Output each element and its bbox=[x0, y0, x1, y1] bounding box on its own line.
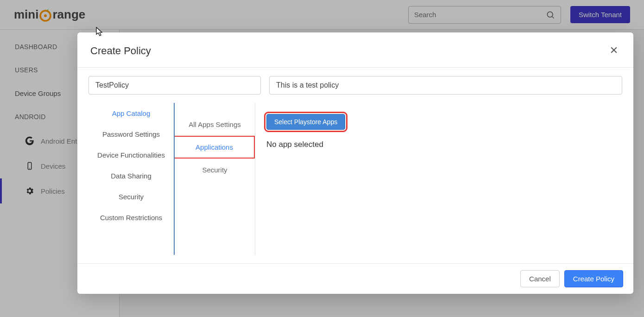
category-custom-restrictions[interactable]: Custom Restrictions bbox=[88, 207, 174, 228]
input-row bbox=[88, 76, 622, 95]
cancel-button[interactable]: Cancel bbox=[520, 270, 560, 287]
policy-name-input[interactable] bbox=[88, 76, 261, 95]
category-column: App Catalog Password Settings Device Fun… bbox=[88, 103, 175, 255]
subcategory-applications[interactable]: Applications bbox=[175, 136, 255, 158]
create-policy-button[interactable]: Create Policy bbox=[564, 270, 623, 287]
category-device-functionalities[interactable]: Device Functionalities bbox=[88, 145, 174, 165]
policy-description-input[interactable] bbox=[269, 76, 622, 95]
subcategory-security[interactable]: Security bbox=[175, 158, 255, 181]
detail-column: Select Playstore Apps No app selected bbox=[255, 103, 622, 255]
modal-title: Create Policy bbox=[90, 45, 151, 57]
create-policy-modal: Create Policy App Catalog Password Setti… bbox=[77, 32, 633, 294]
subcategory-all-apps-settings[interactable]: All Apps Settings bbox=[175, 113, 255, 136]
category-app-catalog[interactable]: App Catalog bbox=[88, 103, 174, 124]
content-area: App Catalog Password Settings Device Fun… bbox=[88, 103, 622, 255]
modal-header: Create Policy bbox=[77, 32, 633, 68]
select-playstore-apps-button[interactable]: Select Playstore Apps bbox=[266, 114, 345, 130]
modal-body: App Catalog Password Settings Device Fun… bbox=[77, 68, 633, 263]
category-security[interactable]: Security bbox=[88, 186, 174, 207]
close-icon bbox=[609, 45, 619, 55]
modal-footer: Cancel Create Policy bbox=[77, 263, 633, 294]
category-password-settings[interactable]: Password Settings bbox=[88, 124, 174, 145]
subcategory-column: All Apps Settings Applications Security bbox=[175, 103, 255, 255]
no-app-selected-text: No app selected bbox=[266, 140, 611, 149]
category-data-sharing[interactable]: Data Sharing bbox=[88, 165, 174, 186]
close-button[interactable] bbox=[607, 44, 620, 58]
